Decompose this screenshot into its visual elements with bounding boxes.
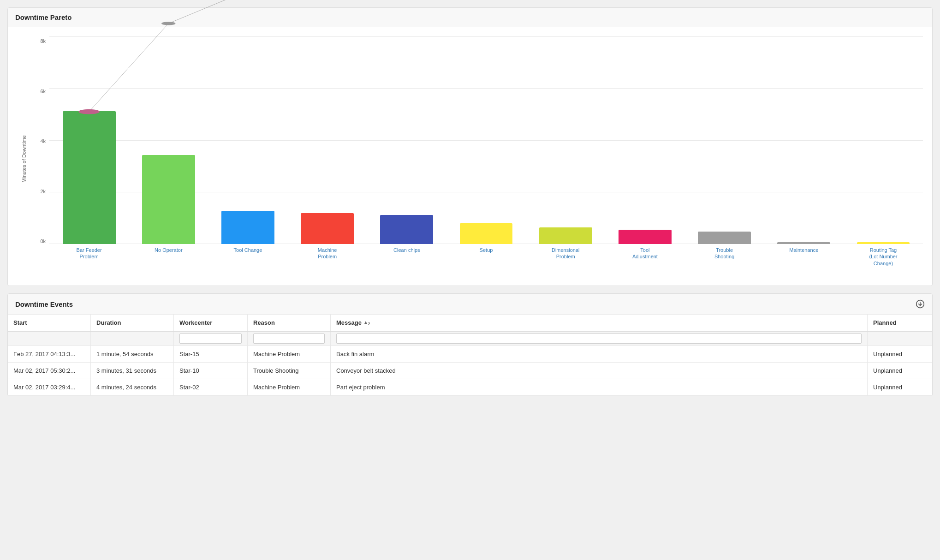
col-header-message: Message ▲2 <box>331 315 868 331</box>
cell-duration-2: 4 minutes, 24 seconds <box>91 379 174 395</box>
cell-reason-1: Trouble Shooting <box>248 363 331 379</box>
cell-reason-0: Machine Problem <box>248 346 331 362</box>
filter-cell-message <box>331 332 868 346</box>
bar-4[interactable] <box>380 215 433 244</box>
bar-7[interactable] <box>619 230 672 244</box>
bar-group <box>288 36 367 244</box>
bar-label-1[interactable]: No Operator <box>129 244 208 281</box>
filter-cell-duration <box>91 332 174 346</box>
bar-0[interactable] <box>63 111 116 244</box>
y-axis: 8k 6k 4k 2k 0k <box>31 36 49 281</box>
bar-group <box>526 36 605 244</box>
bar-group <box>367 36 446 244</box>
cell-workcenter-1: Star-10 <box>174 363 248 379</box>
bar-label-0[interactable]: Bar FeederProblem <box>49 244 129 281</box>
bar-group <box>605 36 684 244</box>
bar-group <box>844 36 923 244</box>
bar-label-3[interactable]: MachineProblem <box>288 244 367 281</box>
cell-message-2: Part eject problem <box>331 379 868 395</box>
bar-group <box>764 36 844 244</box>
cell-planned-2: Unplanned <box>868 379 932 395</box>
cell-workcenter-2: Star-02 <box>174 379 248 395</box>
bar-group <box>446 36 526 244</box>
bar-5[interactable] <box>460 223 513 244</box>
filter-cell-planned <box>868 332 932 346</box>
events-table: Start Duration Workcenter Reason Message… <box>8 315 932 396</box>
col-header-planned: Planned <box>868 315 932 331</box>
bars-area <box>49 36 923 244</box>
table-row[interactable]: Feb 27, 2017 04:13:3... 1 minute, 54 sec… <box>8 346 932 363</box>
bar-group <box>208 36 287 244</box>
chart-container: Minutes of Downtime 8k 6k 4k 2k 0k <box>8 27 932 286</box>
filter-row <box>8 332 932 346</box>
chart-plot: Bar FeederProblemNo OperatorTool ChangeM… <box>49 36 923 281</box>
cell-planned-1: Unplanned <box>868 363 932 379</box>
downtime-events-title: Downtime Events <box>15 300 73 308</box>
pareto-chart-title: Downtime Pareto <box>15 13 72 21</box>
filter-input-message[interactable] <box>336 334 862 344</box>
downtime-events-card: Downtime Events Start Duration Workcente… <box>7 293 933 396</box>
bar-2[interactable] <box>221 211 274 244</box>
bar-label-6[interactable]: DimensionalProblem <box>526 244 605 281</box>
cell-reason-2: Machine Problem <box>248 379 331 395</box>
y-axis-label: Minutes of Downtime <box>21 135 27 183</box>
filter-input-reason[interactable] <box>253 334 325 344</box>
bar-6[interactable] <box>539 227 592 244</box>
bar-label-5[interactable]: Setup <box>446 244 526 281</box>
bar-label-2[interactable]: Tool Change <box>208 244 287 281</box>
bar-8[interactable] <box>698 232 751 244</box>
y-tick-2k: 2k <box>40 189 46 194</box>
filter-input-workcenter[interactable] <box>179 334 242 344</box>
cell-start-1: Mar 02, 2017 05:30:2... <box>8 363 91 379</box>
cell-duration-1: 3 minutes, 31 seconds <box>91 363 174 379</box>
bar-group <box>49 36 129 244</box>
bar-label-4[interactable]: Clean chips <box>367 244 446 281</box>
cell-message-0: Back fin alarm <box>331 346 868 362</box>
sort-indicator: ▲2 <box>363 320 370 326</box>
cell-planned-0: Unplanned <box>868 346 932 362</box>
bar-label-8[interactable]: TroubleShooting <box>685 244 764 281</box>
bar-group <box>685 36 764 244</box>
y-tick-4k: 4k <box>40 138 46 144</box>
bar-labels: Bar FeederProblemNo OperatorTool ChangeM… <box>49 244 923 281</box>
bar-3[interactable] <box>301 213 354 244</box>
bar-label-10[interactable]: Routing Tag(Lot NumberChange) <box>844 244 923 281</box>
bar-1[interactable] <box>142 155 195 244</box>
col-header-duration: Duration <box>91 315 174 331</box>
col-header-workcenter: Workcenter <box>174 315 248 331</box>
table-row[interactable]: Mar 02, 2017 03:29:4... 4 minutes, 24 se… <box>8 379 932 396</box>
download-icon[interactable] <box>916 299 925 309</box>
cell-start-2: Mar 02, 2017 03:29:4... <box>8 379 91 395</box>
filter-cell-start <box>8 332 91 346</box>
y-tick-6k: 6k <box>40 89 46 94</box>
cell-workcenter-0: Star-15 <box>174 346 248 362</box>
cell-start-0: Feb 27, 2017 04:13:3... <box>8 346 91 362</box>
y-tick-8k: 8k <box>40 38 46 44</box>
filter-cell-reason <box>248 332 331 346</box>
col-header-reason: Reason <box>248 315 331 331</box>
col-header-start: Start <box>8 315 91 331</box>
filter-cell-workcenter <box>174 332 248 346</box>
bar-label-7[interactable]: ToolAdjustment <box>605 244 684 281</box>
y-tick-0k: 0k <box>40 238 46 244</box>
table-row[interactable]: Mar 02, 2017 05:30:2... 3 minutes, 31 se… <box>8 363 932 379</box>
bar-group <box>129 36 208 244</box>
pareto-chart-header: Downtime Pareto <box>8 8 932 27</box>
table-header-row: Start Duration Workcenter Reason Message… <box>8 315 932 332</box>
downtime-events-header: Downtime Events <box>8 294 932 315</box>
table-body: Feb 27, 2017 04:13:3... 1 minute, 54 sec… <box>8 346 932 396</box>
pareto-chart-card: Downtime Pareto Minutes of Downtime 8k 6… <box>7 7 933 286</box>
cell-message-1: Conveyor belt stacked <box>331 363 868 379</box>
bar-label-9[interactable]: Maintenance <box>764 244 844 281</box>
cell-duration-0: 1 minute, 54 seconds <box>91 346 174 362</box>
